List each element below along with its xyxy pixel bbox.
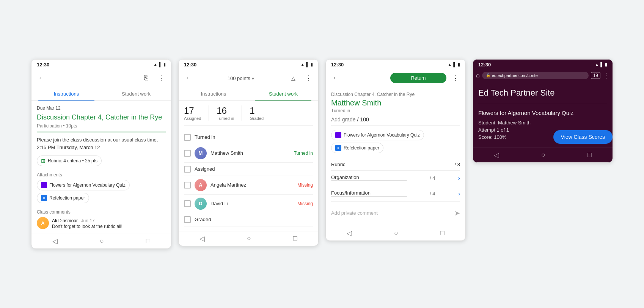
recents-nav-icon[interactable]: □ [146,237,150,245]
content-3: Discussion Chapter 4, Catcher in the Rye… [326,87,465,226]
back-nav-icon-2[interactable]: ◁ [199,234,205,243]
recents-nav-icon-3[interactable]: □ [440,229,445,237]
status-bar-4: 12:30 ▲ ▌ ▮ [473,60,613,69]
wifi-icon: ▲ [153,62,157,67]
section-header-graded: Graded [184,213,313,226]
tab-student-work-1[interactable]: Student work [101,87,171,101]
back-nav-icon-4[interactable]: ◁ [494,151,499,159]
back-button-1[interactable]: ← [35,72,47,84]
attachment-chip-4[interactable]: ≡ Refelection paper [331,143,383,153]
view-class-scores-button[interactable]: View Class Scores [553,130,613,144]
browser-more[interactable]: ⋮ [603,71,609,80]
ali-avatar: A [37,217,49,229]
top-nav-3: ← Return ⋮ [326,69,465,87]
turned-in-status: Turned in [331,108,460,113]
class-comments-label: Class comments [37,209,166,215]
view-scores-container: View Class Scores [553,130,613,144]
home-nav-icon-2[interactable]: ○ [247,234,251,243]
quiz-title: Flowers for Algernon Vocabulary Quiz [478,110,607,116]
comment-body: Ali Dinsmoor Jun 17 Don't forget to look… [52,217,123,229]
rubric-item-focus[interactable]: Focus/Information / 4 › [331,186,460,202]
student-row-matthew[interactable]: M Matthew Smith Turned in [184,144,313,163]
rubric-item-organization[interactable]: Organization / 4 › [331,171,460,186]
checkbox-section-turned-in[interactable] [184,134,191,141]
signal-icon-2: ▌ [306,62,309,67]
due-date: Due Mar 12 [37,105,166,111]
recents-nav-icon-4[interactable]: □ [587,151,592,159]
wifi-icon-4: ▲ [595,62,599,67]
rubric-chip[interactable]: ⊞ Rubric: 4 criteria • 25 pts [37,156,102,166]
back-button-2[interactable]: ← [182,72,195,84]
checkbox-matthew[interactable] [184,150,191,157]
checkbox-angela[interactable] [184,182,191,189]
back-button-3[interactable]: ← [330,72,342,84]
student-detail: Student: Matthew Smith [478,120,607,126]
home-nav-icon[interactable]: ○ [100,237,104,245]
attachments-label: Attachments [37,172,166,178]
david-avatar: D [195,198,207,210]
recents-nav-icon-2[interactable]: □ [293,234,297,243]
org-name: Organization [331,174,407,180]
status-icons-3: ▲ ▌ ▮ [448,62,460,67]
attachment-chip-2[interactable]: ≡ Refelection paper [37,193,89,203]
comment-text: Don't forget to look at the rubric all! [52,224,123,229]
attachment-2-label: Refelection paper [49,195,85,201]
back-nav-icon-3[interactable]: ◁ [347,229,352,237]
stat-turned-in: 16 Turned in [217,105,234,121]
assignment-subtitle: Participation • 10pts [37,123,166,129]
drive-icon[interactable]: △ [287,72,299,84]
tab-instructions-1[interactable]: Instructions [31,87,101,101]
rubric-title: Rubric [331,162,346,167]
commenter-name: Ali Dinsmoor Jun 17 [52,217,123,224]
quiz-icon-3 [335,132,341,138]
phone-screen-3: 12:30 ▲ ▌ ▮ ← Return ⋮ Discussion Chapte… [325,59,466,241]
more-button-3[interactable]: ⋮ [449,72,462,84]
battery-icon: ▮ [163,62,166,67]
tab-student-work-2[interactable]: Student work [248,87,318,101]
more-button-2[interactable]: ⋮ [302,72,314,84]
tab-bar-2: Instructions Student work [179,87,318,101]
graded-label: Graded [250,116,264,121]
status-time-4: 12:30 [478,62,491,68]
focus-progress [331,196,407,197]
site-divider [478,104,607,104]
browser-chrome: ⌂ 🔒 edtechpartner.com/conte 19 ⋮ [473,69,613,82]
add-comment-input[interactable]: Add private comment [331,210,451,216]
org-info: Organization [331,174,407,182]
student-row-david[interactable]: D David Li Missing [184,195,313,213]
student-row-angela[interactable]: A Angela Martinez Missing [184,176,313,195]
checkbox-david[interactable] [184,200,191,207]
home-icon[interactable]: ⌂ [476,72,480,79]
url-bar[interactable]: 🔒 edtechpartner.com/conte [482,72,589,79]
back-nav-icon[interactable]: ◁ [52,237,58,245]
matthew-name: Matthew Smith [210,150,290,156]
attachment-4-label: Refelection paper [344,145,379,151]
turned-in-num: 16 [217,105,234,116]
assignment-description: Please join the class discussion at our … [37,136,166,151]
content-2: 17 Assigned 16 Turned in 1 Graded Turned… [179,101,318,231]
site-title: Ed Tech Partner Site [478,88,607,98]
home-nav-icon-4[interactable]: ○ [541,151,545,159]
battery-icon-2: ▮ [311,62,313,67]
rubric-section: Rubric / 8 Organization / 4 › Focus/Info… [331,159,460,202]
comment-row: A Ali Dinsmoor Jun 17 Don't forget to lo… [37,217,166,229]
share-button-1[interactable]: ⎘ [140,72,152,84]
status-bar-3: 12:30 ▲ ▌ ▮ [326,60,465,69]
rubric-icon: ⊞ [41,158,46,164]
add-grade-label[interactable]: Add grade [331,116,356,123]
status-icons-1: ▲ ▌ ▮ [153,62,166,67]
attachment-chip-1[interactable]: Flowers for Algernon Vocabulary Quiz [37,180,130,190]
checkbox-section-assigned[interactable] [184,166,191,173]
home-nav-icon-3[interactable]: ○ [394,229,398,237]
checkbox-section-graded[interactable] [184,216,191,223]
assignment-title: Discussion Chapter 4, Catcher in the Rye [37,113,166,122]
more-button-1[interactable]: ⋮ [155,72,167,84]
send-icon[interactable]: ➤ [454,209,460,217]
breadcrumb: Discussion Chapter 4, Catcher in the Rye [331,92,460,97]
status-time-1: 12:30 [37,62,49,68]
bottom-nav-4: ◁ ○ □ [473,148,613,162]
attachment-chip-3[interactable]: Flowers for Algernon Vocabulary Quiz [331,130,424,140]
tab-instructions-2[interactable]: Instructions [179,87,248,101]
tab-count[interactable]: 19 [591,72,600,79]
return-button[interactable]: Return [390,73,446,83]
